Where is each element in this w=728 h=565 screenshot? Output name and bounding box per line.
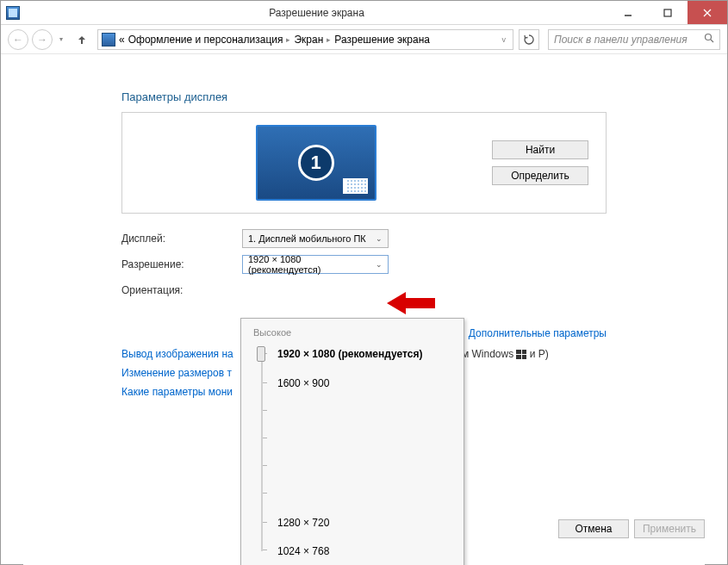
resolution-select[interactable]: 1920 × 1080 (рекомендуется) ⌄ — [242, 255, 389, 274]
window-title: Разрешение экрана — [25, 7, 608, 19]
breadcrumb[interactable]: « Оформление и персонализация ▸ Экран ▸ … — [97, 29, 513, 50]
control-panel-icon — [102, 33, 115, 47]
red-arrow-annotation — [387, 290, 435, 316]
page-heading: Параметры дисплея — [121, 90, 705, 103]
display-preview-box: 1 Найти Определить — [121, 112, 607, 214]
chevron-down-icon[interactable]: v — [499, 35, 510, 44]
resolution-option[interactable]: 1600 × 900 — [277, 377, 329, 389]
find-button[interactable]: Найти — [492, 140, 588, 159]
windows-logo-icon — [516, 350, 526, 359]
project-link[interactable]: Вывод изображения на — [121, 348, 233, 360]
maximize-button[interactable] — [648, 1, 688, 24]
title-bar: Разрешение экрана — [1, 1, 727, 25]
minimize-button[interactable] — [608, 1, 648, 24]
chevron-right-icon: ▸ — [327, 35, 331, 44]
breadcrumb-item[interactable]: Экран — [294, 34, 323, 46]
resolution-option[interactable]: 1024 × 768 — [277, 545, 329, 557]
resolution-select-value: 1920 × 1080 (рекомендуется) — [248, 254, 376, 275]
resolution-label: Разрешение: — [121, 258, 242, 270]
dropdown-high-label: Высокое — [253, 327, 451, 338]
svg-rect-1 — [664, 9, 671, 16]
resolution-option[interactable]: 1280 × 720 — [277, 517, 329, 529]
close-button[interactable] — [688, 1, 727, 24]
resolution-option[interactable]: 1920 × 1080 (рекомендуется) — [277, 348, 422, 360]
breadcrumb-item[interactable]: Разрешение экрана — [334, 34, 430, 46]
nav-bar: ← → ▾ « Оформление и персонализация ▸ Эк… — [1, 25, 727, 54]
content-area: Параметры дисплея 1 Найти Определить Дис… — [1, 54, 727, 564]
svg-marker-6 — [387, 292, 435, 314]
resolution-slider[interactable] — [255, 343, 269, 558]
display-select-value: 1. Дисплей мобильного ПК — [248, 233, 366, 244]
app-icon — [6, 6, 20, 20]
display-monitor-1[interactable]: 1 — [256, 125, 376, 201]
back-button[interactable]: ← — [8, 29, 28, 50]
display-label: Дисплей: — [121, 233, 242, 245]
dialog-button-bar: OK Отмена Применить — [482, 519, 705, 538]
display-number-badge: 1 — [298, 145, 334, 181]
advanced-settings-link[interactable]: Дополнительные параметры — [469, 327, 607, 339]
breadcrumb-item[interactable]: Оформление и персонализация — [128, 34, 283, 46]
svg-point-4 — [706, 34, 712, 40]
search-placeholder: Поиск в панели управления — [554, 34, 688, 46]
apply-button[interactable]: Применить — [634, 519, 705, 538]
up-button[interactable] — [73, 31, 90, 48]
display-select[interactable]: 1. Дисплей мобильного ПК ⌄ — [242, 229, 389, 248]
chevron-down-icon: ⌄ — [376, 260, 383, 269]
search-icon — [704, 33, 714, 46]
chevron-down-icon: ⌄ — [376, 234, 383, 243]
svg-line-5 — [711, 40, 713, 42]
resolution-dropdown-panel[interactable]: Высокое 1920 × 1080 (рекомендуется) 1600… — [240, 318, 464, 565]
orientation-label: Ориентация: — [121, 284, 242, 296]
window-controls — [608, 1, 727, 24]
which-params-link[interactable]: Какие параметры мони — [121, 386, 233, 398]
detect-button[interactable]: Определить — [492, 166, 588, 185]
breadcrumb-prefix: « — [119, 34, 125, 46]
search-input[interactable]: Поиск в панели управления — [548, 29, 720, 50]
chevron-right-icon: ▸ — [286, 35, 290, 44]
refresh-button[interactable] — [519, 29, 539, 50]
slider-thumb[interactable] — [257, 346, 265, 362]
forward-button[interactable]: → — [32, 29, 53, 50]
resize-text-link[interactable]: Изменение размеров т — [121, 367, 232, 379]
cancel-button[interactable]: Отмена — [558, 519, 629, 538]
history-dropdown[interactable]: ▾ — [56, 29, 66, 50]
